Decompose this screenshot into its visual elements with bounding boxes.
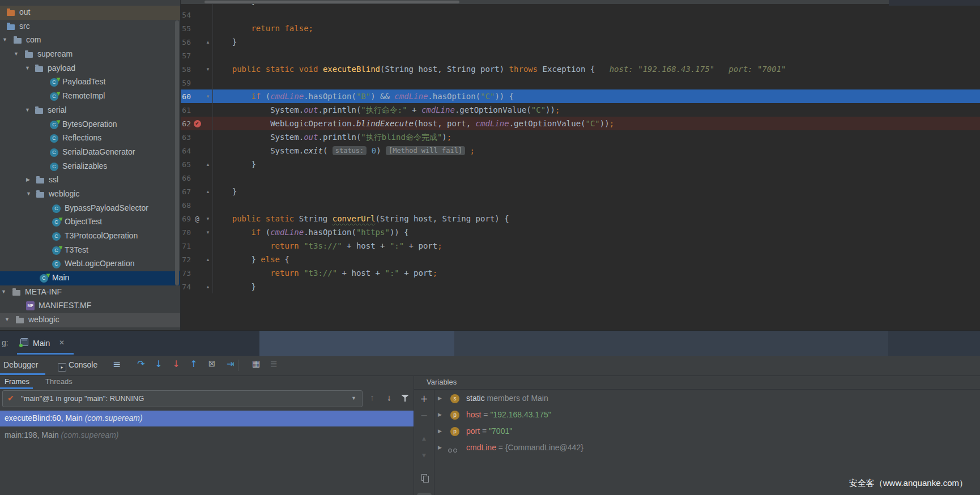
frame-row[interactable]: executeBlind:60, Main (com.supeream) (0, 411, 414, 426)
line-number: 73 (181, 269, 191, 278)
step-into-icon[interactable]: ↓ (153, 359, 164, 369)
chevron-collapsed-icon[interactable]: ▶ (438, 428, 442, 434)
code-line-64[interactable]: 64 System.exit( status: 0) [Method will … (181, 144, 980, 157)
tab-threads[interactable]: Threads (45, 377, 73, 386)
tree-item-ssl[interactable]: ▶ssl (0, 173, 180, 187)
code-token: System. (213, 133, 304, 142)
tree-item-reflections[interactable]: CReflections (0, 131, 180, 146)
fold-gutter (203, 266, 213, 280)
tree-item-weblogic[interactable]: ▼weblogic (0, 313, 180, 327)
code-token: if (213, 228, 261, 237)
code-line-70[interactable]: 70▾ if (cmdLine.hasOption("https")) { (181, 225, 980, 239)
tab-debugger[interactable]: Debugger (3, 360, 39, 369)
tree-item-meta-inf[interactable]: ▼META-INF (0, 285, 180, 300)
chevron-expanded-icon[interactable]: ▼ (26, 191, 31, 197)
code-line-66[interactable]: 66 (181, 171, 980, 185)
code-line-74[interactable]: 74▴ } (181, 280, 980, 293)
variable-token: = (480, 426, 489, 436)
code-line-61[interactable]: 61 System.out.println("执行命令:" + cmdLine.… (181, 103, 980, 117)
hide-frames-filter-icon[interactable] (401, 395, 409, 403)
tree-scrollbar[interactable] (175, 20, 179, 285)
breakpoint-icon[interactable]: ✔ (191, 118, 203, 129)
chevron-expanded-icon[interactable]: ▼ (25, 65, 30, 71)
code-line-72[interactable]: 72▴ } else { (181, 253, 980, 266)
code-line-62[interactable]: 62✔ WebLogicOperation.blindExecute(host,… (181, 117, 980, 130)
tree-item-src[interactable]: src (0, 20, 180, 34)
tab-frames[interactable]: Frames (5, 377, 29, 386)
code-text: } (213, 185, 237, 198)
code-line-55[interactable]: 55 return false; (181, 22, 980, 35)
project-tree: outsrc▼com▼supeream▼payloadCPayloadTestC… (0, 6, 180, 327)
code-line-54[interactable]: 54 (181, 8, 980, 22)
menu-icon[interactable]: ≡ (111, 359, 122, 370)
code-line-60[interactable]: 60▾ if (cmdLine.hasOption("B") && cmdLin… (181, 89, 980, 103)
code-text: System.out.println("执行命令:" + cmdLine.get… (213, 103, 560, 117)
code-line-71[interactable]: 71 return "t3s://" + host + ":" + port; (181, 239, 980, 253)
drop-frame-icon[interactable]: ⊠ (206, 359, 218, 369)
tree-item-weblogicoperation[interactable]: CWebLogicOperation (0, 257, 180, 271)
tree-item-remoteimpl[interactable]: CRemoteImpl (0, 89, 180, 104)
force-step-into-icon[interactable]: ↓ (171, 359, 182, 369)
tree-item-serial[interactable]: ▼serial (0, 104, 180, 118)
evaluate-expression-icon[interactable]: ▦ (250, 359, 262, 369)
duplicate-icon[interactable] (417, 471, 432, 485)
code-line-68[interactable]: 68 (181, 198, 980, 212)
breakpoint-dot-icon[interactable]: ✔ (194, 120, 201, 127)
step-out-icon[interactable]: ↑ (188, 359, 199, 369)
tree-item-label: ssl (49, 175, 58, 184)
code-token: ) && (370, 92, 394, 101)
tree-item-supeream[interactable]: ▼supeream (0, 48, 180, 62)
chevron-collapsed-icon[interactable]: ▶ (438, 395, 442, 401)
editor-hscroll-thumb[interactable] (204, 1, 459, 3)
step-over-icon[interactable]: ↷ (135, 359, 147, 369)
chevron-expanded-icon[interactable]: ▼ (25, 107, 30, 113)
thread-selector-dropdown[interactable]: ✔ "main"@1 in group "main": RUNNING ▼ (2, 390, 363, 407)
code-line-59[interactable]: 59 (181, 76, 980, 89)
frame-row[interactable]: main:198, Main (com.supeream) (0, 428, 414, 443)
code-editor[interactable]: 53▴ }5455 return false;56▴ }5758▾ public… (181, 0, 980, 330)
chevron-expanded-icon[interactable]: ▼ (14, 51, 19, 57)
tree-item-serializables[interactable]: CSerializables (0, 160, 180, 174)
show-watches-icon[interactable] (417, 493, 432, 495)
tree-item-weblogic[interactable]: ▼weblogic (0, 187, 180, 202)
chevron-collapsed-icon[interactable]: ▶ (438, 445, 442, 450)
code-line-63[interactable]: 63 System.out.println("执行blind命令完成"); (181, 130, 980, 144)
code-token: public static (213, 214, 299, 223)
chevron-collapsed-icon[interactable]: ▶ (438, 412, 442, 417)
variable-row[interactable]: ▶pport = "7001" (414, 424, 980, 440)
variable-token: = (496, 443, 505, 452)
tree-item-serialdatagenerator[interactable]: CSerialDataGenerator (0, 146, 180, 160)
tree-item-bytesoperation[interactable]: CBytesOperation (0, 118, 180, 132)
tree-item-com[interactable]: ▼com (0, 33, 180, 48)
package-icon (25, 52, 33, 58)
code-line-73[interactable]: 73 return "t3://" + host + ":" + port; (181, 266, 980, 280)
variable-row[interactable]: ▶phost = "192.168.43.175" (414, 407, 980, 424)
code-line-65[interactable]: 65▴ } (181, 157, 980, 171)
previous-frame-icon[interactable]: ↑ (366, 392, 378, 402)
tree-item-main[interactable]: CMain (0, 271, 180, 285)
chevron-collapsed-icon[interactable]: ▶ (26, 177, 30, 182)
variable-row[interactable]: ▶sstatic members of Main (414, 391, 980, 407)
code-line-58[interactable]: 58▾ public static void executeBlind(Stri… (181, 62, 980, 76)
code-line-56[interactable]: 56▴ } (181, 35, 980, 49)
chevron-expanded-icon[interactable]: ▼ (5, 317, 10, 322)
tree-item-objecttest[interactable]: CObjectTest (0, 215, 180, 229)
tab-console[interactable]: ▸ Console (58, 360, 97, 372)
chevron-expanded-icon[interactable]: ▼ (1, 289, 6, 295)
next-frame-icon[interactable]: ↓ (383, 392, 395, 402)
layout-settings-icon[interactable]: ≣ (268, 359, 279, 369)
chevron-expanded-icon[interactable]: ▼ (2, 37, 7, 42)
code-line-69[interactable]: 69@▾ public static String converUrl(Stri… (181, 212, 980, 225)
tree-item-t3test[interactable]: CT3Test (0, 244, 180, 258)
tree-item-manifest-mf[interactable]: MFMANIFEST.MF (0, 299, 180, 313)
code-line-67[interactable]: 67▴ } (181, 185, 980, 198)
tree-item-payload[interactable]: ▼payload (0, 62, 180, 76)
tree-item-bypasspayloadselector[interactable]: CBypassPayloadSelector (0, 202, 180, 216)
tree-item-payloadtest[interactable]: CPayloadTest (0, 75, 180, 89)
variable-row[interactable]: ▶cmdLine = {CommandLine@442} (414, 440, 980, 456)
run-to-cursor-icon[interactable]: ⇥ (225, 359, 236, 369)
close-icon[interactable]: ✕ (59, 339, 65, 347)
tree-item-t3protocoloperation[interactable]: CT3ProtocolOperation (0, 229, 180, 244)
tree-item-out[interactable]: out (0, 6, 180, 20)
code-line-57[interactable]: 57 (181, 49, 980, 62)
